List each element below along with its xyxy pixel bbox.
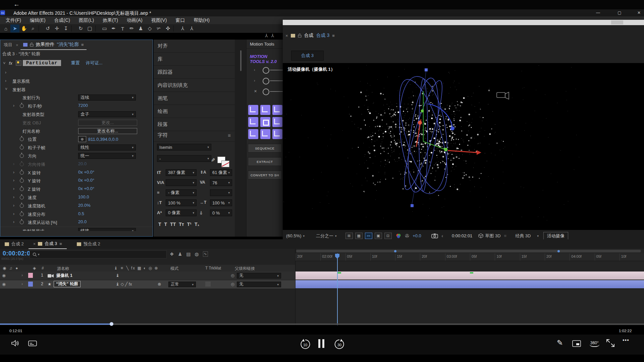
viewer-comp-tab[interactable]: 合成 3 xyxy=(291,51,324,61)
faux-style-button[interactable]: T xyxy=(164,222,167,227)
brush-tool-icon[interactable]: ✏ xyxy=(127,24,136,33)
skip-forward-30-button[interactable]: 30 xyxy=(334,339,345,350)
player-progress-track[interactable] xyxy=(0,323,644,325)
layer-name[interactable]: 摄像机 1 xyxy=(56,273,72,279)
slider-knob[interactable] xyxy=(263,78,269,84)
time-navigator-bar[interactable] xyxy=(296,250,641,252)
property-value[interactable]: 盒子▾ xyxy=(78,111,136,117)
layer-color-swatch[interactable] xyxy=(28,273,33,278)
faux-style-button[interactable]: TT xyxy=(170,222,176,227)
stopwatch-icon[interactable] xyxy=(20,187,24,191)
easing-preset[interactable] xyxy=(248,117,258,127)
layer-name[interactable]: “消失” 轮廓 xyxy=(54,281,80,287)
parent-select[interactable]: 无▾ xyxy=(237,282,281,287)
expand-icon[interactable]: › xyxy=(13,103,14,108)
motion-tools-button[interactable]: CONVERT TO SH xyxy=(248,171,282,179)
reset-link[interactable]: 重置 xyxy=(71,60,80,66)
channel-select-icon[interactable] xyxy=(395,233,402,239)
draft-3d-toggle[interactable]: 草图 3D xyxy=(478,233,500,239)
proportional-spacing-select[interactable]: 0 %▾ xyxy=(210,209,232,216)
axis-mode-icon[interactable]: ⅄ xyxy=(265,33,268,38)
eraser-tool-icon[interactable]: ◇ xyxy=(145,24,154,33)
navigator-marker[interactable] xyxy=(394,250,396,252)
property-value[interactable]: 更改... xyxy=(78,120,137,126)
font-family-select[interactable]: Isemin▾ xyxy=(157,144,211,150)
clone-stamp-tool-icon[interactable]: ♟ xyxy=(136,24,145,33)
property-value[interactable]: 连续▾ xyxy=(78,95,136,101)
menu-item[interactable]: 动画(A) xyxy=(123,17,146,23)
tracking-select[interactable]: 76▾ xyxy=(210,179,232,186)
edit-pencil-icon[interactable]: ✎ xyxy=(557,339,563,347)
sep[interactable] xyxy=(173,25,177,32)
layer-bar-outline[interactable] xyxy=(296,280,644,288)
close-icon[interactable]: × xyxy=(285,33,288,38)
motion-tools-slider[interactable]: ✕ xyxy=(247,87,283,96)
menu-item[interactable]: 合成(C) xyxy=(51,17,74,23)
property-value[interactable]: 线性▾ xyxy=(78,144,136,150)
horizontal-scale-select[interactable]: 100 %▾ xyxy=(210,199,232,206)
trkmat-column[interactable]: T TrkMat xyxy=(205,266,221,270)
property-value[interactable]: 20.0 xyxy=(78,219,87,224)
property-value[interactable]: 更改名称... xyxy=(78,128,137,134)
close-icon[interactable]: × xyxy=(33,241,36,246)
view-360-icon[interactable]: 360° xyxy=(590,341,599,347)
layer-switches[interactable]: ♝ xyxy=(116,273,119,278)
layer-row-1[interactable]: ◉ › 1 摄像机 1 ♝ ◎ 无▾ xyxy=(0,272,295,280)
units-select[interactable]: - 像素▾ xyxy=(166,189,197,196)
renderer-select[interactable]: 经典 3D▾ xyxy=(515,233,539,239)
person-tool-a-icon[interactable]: ⅄ xyxy=(178,24,187,33)
motion-tools-slider[interactable]: › xyxy=(247,77,283,85)
fx-badge-icon[interactable]: fx xyxy=(9,61,12,66)
stopwatch-icon[interactable] xyxy=(20,171,24,175)
expand-icon[interactable]: › xyxy=(13,186,14,191)
faux-style-button[interactable]: Tᴛ xyxy=(179,222,184,227)
slider-knob[interactable] xyxy=(263,67,269,74)
slider-knob[interactable] xyxy=(263,88,269,95)
pan-camera-tool-icon[interactable]: ✛ xyxy=(52,24,61,33)
menu-item[interactable]: 帮助(H) xyxy=(190,17,213,23)
property-value[interactable]: ⊕811.0,394.0,0.0 xyxy=(78,136,118,142)
property-value[interactable]: 0.5 xyxy=(78,211,84,216)
graph-editor-icon[interactable]: ∿ xyxy=(203,251,208,257)
panel-menu-icon[interactable]: ≡ xyxy=(81,42,84,47)
panel-header[interactable]: 画笔 xyxy=(154,92,235,105)
camera-marquee-tool-icon[interactable]: ▢ xyxy=(85,24,94,33)
current-time-indicator[interactable] xyxy=(337,253,338,325)
back-icon[interactable]: ← xyxy=(13,1,20,8)
motion-tools-button[interactable]: SEQUENCE xyxy=(248,144,282,153)
tab-precomp-2[interactable]: 预合成 2 xyxy=(72,239,105,249)
close-button[interactable]: ✕ xyxy=(634,10,644,16)
property-value[interactable]: 0x +0.0° xyxy=(78,170,94,175)
tab-project[interactable]: 项目 xyxy=(0,42,16,48)
tab-comp-3[interactable]: × 合成 3 ≡ xyxy=(29,239,67,249)
transparency-grid-icon[interactable]: ▦ xyxy=(355,233,363,239)
layer-switches[interactable]: ♝ ◇ ╱ fx xyxy=(116,282,132,287)
axis-mode-icon[interactable]: ⅄ xyxy=(271,33,274,38)
shy-layers-icon[interactable]: ♟ xyxy=(178,251,182,257)
view-layout-icon[interactable]: ⊡ xyxy=(384,233,392,239)
minimize-button[interactable]: — xyxy=(593,10,603,16)
collapse-icon[interactable]: ˅ xyxy=(3,61,6,66)
snapshot-icon[interactable] xyxy=(431,233,438,238)
property-value[interactable]: 7200 xyxy=(78,103,88,108)
expand-icon[interactable]: › xyxy=(21,282,23,286)
track-area[interactable]: 20f02:00f05f10f15f20f03:00f05f10f15f20f0… xyxy=(295,249,644,325)
home-icon[interactable]: ⌂ xyxy=(1,24,10,33)
resolution-select[interactable]: 二分之一▾ xyxy=(316,233,337,239)
menu-item[interactable]: 效果(T) xyxy=(99,17,122,23)
time-ruler[interactable]: 20f02:00f05f10f15f20f03:00f05f10f15f20f0… xyxy=(296,253,644,261)
keyframe-marker[interactable] xyxy=(470,272,473,274)
volume-icon[interactable] xyxy=(11,339,19,347)
navigator-marker[interactable] xyxy=(557,250,560,252)
menu-item[interactable]: 视图(V) xyxy=(148,17,171,23)
motion-tools-title[interactable]: Motion Tools xyxy=(247,40,283,49)
expand-icon[interactable]: › xyxy=(13,212,14,216)
stopwatch-icon[interactable] xyxy=(20,220,24,224)
video-eye-icon[interactable]: ◉ xyxy=(2,273,6,278)
expand-icon[interactable]: › xyxy=(13,220,14,224)
character-panel-title[interactable]: 字符 xyxy=(158,132,168,138)
slider-mode-icon[interactable]: ‹ xyxy=(254,68,255,72)
panel-header[interactable]: 绘画 xyxy=(154,105,235,118)
exposure-icon[interactable]: ✇ xyxy=(405,233,410,239)
character-menu-icon[interactable]: ≡ xyxy=(228,132,231,138)
